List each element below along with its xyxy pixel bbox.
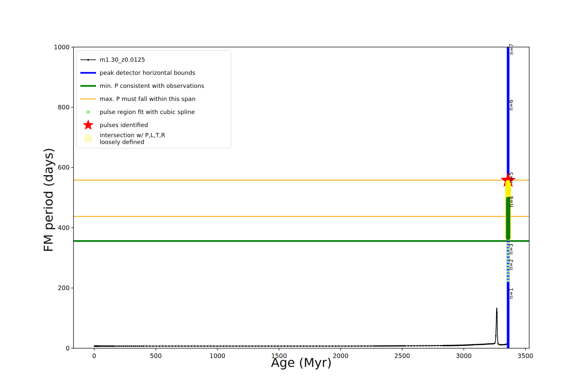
track-marker-dot (396, 345, 398, 347)
track-marker-dot (300, 345, 301, 347)
track-marker-dot (341, 345, 343, 347)
dot-icon (78, 106, 98, 119)
track-marker-dot (139, 345, 140, 347)
track-marker-dot (387, 345, 388, 347)
track-marker-dot (381, 345, 383, 347)
track-marker-dot (322, 345, 323, 347)
y-axis-label: FM period (days) (41, 148, 56, 252)
y-tick-label: 800 (58, 104, 70, 111)
track-marker-dot (384, 345, 385, 347)
track-marker-dot (242, 345, 243, 347)
track-marker-dot (404, 345, 406, 347)
track-marker-dot (293, 345, 295, 347)
track-marker-dot (172, 345, 173, 347)
track-marker-dot (197, 345, 199, 347)
track-marker-dot (123, 345, 124, 347)
track-marker-dot (325, 345, 327, 347)
track-marker-dot (490, 343, 492, 344)
track-marker-dot (245, 345, 247, 347)
legend-item: m1.30_z0.0125 (78, 53, 228, 66)
track-marker-dot (131, 345, 132, 347)
legend-item-label: intersection w/ P,L,T,R loosely defined (98, 132, 165, 145)
track-marker-dot (287, 345, 288, 347)
track-marker-dot (185, 345, 186, 347)
track-marker-dot (175, 345, 176, 347)
annotation-n6: n=6 (508, 100, 514, 111)
track-marker-dot (127, 345, 128, 347)
legend-item-label: pulses identified (98, 122, 148, 128)
track-marker-dot (249, 345, 250, 347)
track-marker-dot (335, 345, 336, 347)
track-marker-dot (239, 345, 240, 347)
track-marker-dot (233, 345, 234, 347)
annotation-n2: n=2 (508, 259, 514, 270)
track-marker-dot (220, 345, 221, 347)
y-tick-label: 400 (58, 224, 70, 231)
track-marker-dot (354, 345, 355, 347)
track-marker-dot (499, 344, 500, 345)
track-marker-dot (395, 345, 396, 347)
track-marker-dot (377, 345, 379, 347)
track-marker-dot (400, 345, 401, 347)
track-marker-dot (392, 345, 393, 347)
track-marker-dot (504, 344, 505, 345)
legend-item: max. P must fall within this span (78, 92, 228, 106)
star-icon (78, 119, 98, 132)
track-marker-dot (297, 345, 298, 347)
track-marker-dot (223, 345, 224, 347)
track-marker-dot (252, 345, 253, 347)
track-marker-dot (364, 345, 365, 347)
track-marker-dot (485, 343, 486, 345)
track-marker-dot (500, 344, 501, 345)
track-marker-dot (403, 345, 404, 347)
y-tick-label: 200 (58, 284, 70, 291)
track-marker-dot (169, 345, 170, 347)
legend-item: intersection w/ P,L,T,R loosely defined (78, 132, 228, 145)
track-marker-dot (115, 345, 117, 347)
track-marker-dot (338, 345, 339, 347)
track-marker-dot (143, 345, 144, 347)
legend: m1.30_z0.0125peak detector horizontal bo… (76, 50, 231, 148)
track-marker-dot (399, 345, 400, 347)
track-marker-dot (152, 345, 154, 347)
track-marker-dot (255, 345, 256, 347)
track-marker-dot (411, 345, 412, 347)
y-tick-label: 0 (66, 345, 70, 352)
track-marker-dot (494, 343, 495, 344)
annotation-n7: n=7 (508, 44, 514, 55)
track-marker-dot (486, 343, 488, 345)
track-marker-dot (345, 345, 346, 347)
track-marker-dot (181, 345, 183, 347)
legend-item-label: pulse region fit with cubic spline (98, 108, 195, 115)
track-marker-dot (204, 345, 205, 347)
track-marker-dot (165, 345, 167, 347)
track-marker-dot (207, 345, 208, 347)
track-marker-dot (394, 345, 395, 347)
track-marker-dot (474, 344, 475, 345)
track-marker-dot (155, 345, 157, 347)
track-marker-dot (437, 345, 438, 346)
track-marker-dot (213, 345, 215, 347)
legend-item-label: max. P must fall within this span (98, 95, 196, 102)
track-marker-dot (121, 345, 122, 347)
track-marker-dot (401, 345, 403, 347)
track-marker-dot (329, 345, 330, 347)
track-marker-dot (313, 345, 314, 347)
track-marker-dot (258, 345, 259, 347)
annotation-n3: n=3 (508, 244, 514, 255)
legend-item: pulse region fit with cubic spline (78, 106, 228, 119)
spline-dot (507, 280, 510, 282)
track-marker-dot (188, 345, 189, 347)
line-swatch-icon (78, 66, 98, 79)
track-marker-dot (373, 345, 374, 347)
track-marker-dot (135, 345, 136, 347)
track-marker-dot (419, 345, 421, 346)
track-marker-dot (261, 345, 263, 347)
legend-item-label: peak detector horizontal bounds (98, 69, 195, 76)
track-marker-dot (348, 345, 349, 347)
track-marker-dot (210, 345, 211, 347)
track-marker-dot (434, 345, 435, 346)
track-marker-dot (376, 345, 377, 347)
track-markers (94, 311, 509, 347)
track-marker-dot (162, 345, 163, 347)
